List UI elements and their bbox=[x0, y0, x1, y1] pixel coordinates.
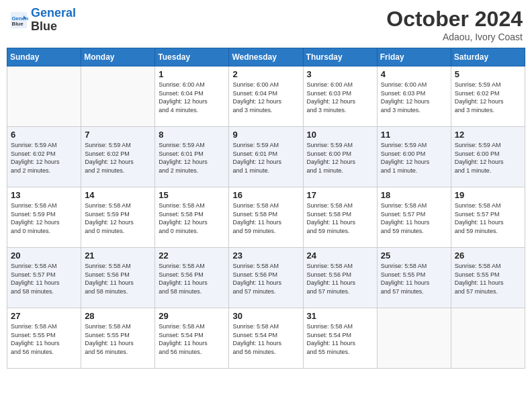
day-info: Sunrise: 5:58 AM Sunset: 5:59 PM Dayligh… bbox=[85, 201, 151, 235]
title-area: October 2024 Adaou, Ivory Coast bbox=[386, 7, 523, 42]
calendar-cell bbox=[7, 66, 81, 127]
day-number: 14 bbox=[85, 190, 151, 200]
calendar-cell: 16Sunrise: 5:58 AM Sunset: 5:58 PM Dayli… bbox=[229, 187, 303, 248]
day-number: 17 bbox=[307, 190, 373, 200]
day-info: Sunrise: 5:58 AM Sunset: 5:56 PM Dayligh… bbox=[232, 262, 299, 295]
calendar-cell: 8Sunrise: 5:59 AM Sunset: 6:01 PM Daylig… bbox=[155, 127, 229, 187]
day-number: 9 bbox=[232, 130, 299, 140]
calendar-cell: 7Sunrise: 5:59 AM Sunset: 6:02 PM Daylig… bbox=[81, 127, 155, 187]
day-number: 2 bbox=[232, 69, 299, 79]
calendar-cell: 20Sunrise: 5:58 AM Sunset: 5:57 PM Dayli… bbox=[7, 248, 81, 308]
logo-blue: Blue bbox=[31, 19, 57, 33]
day-number: 5 bbox=[455, 69, 521, 79]
day-info: Sunrise: 5:58 AM Sunset: 5:54 PM Dayligh… bbox=[307, 322, 373, 356]
calendar-cell: 11Sunrise: 5:59 AM Sunset: 6:00 PM Dayli… bbox=[377, 127, 451, 187]
calendar-cell: 24Sunrise: 5:58 AM Sunset: 5:56 PM Dayli… bbox=[303, 248, 377, 308]
calendar-cell: 29Sunrise: 5:58 AM Sunset: 5:54 PM Dayli… bbox=[155, 308, 229, 369]
weekday-header-tuesday: Tuesday bbox=[155, 48, 229, 66]
logo-icon: General Blue bbox=[9, 11, 28, 30]
day-info: Sunrise: 5:58 AM Sunset: 5:55 PM Dayligh… bbox=[381, 262, 447, 295]
day-number: 29 bbox=[159, 311, 225, 321]
calendar-cell: 17Sunrise: 5:58 AM Sunset: 5:58 PM Dayli… bbox=[303, 187, 377, 248]
day-number: 19 bbox=[455, 190, 521, 200]
day-info: Sunrise: 6:00 AM Sunset: 6:04 PM Dayligh… bbox=[159, 81, 225, 114]
day-number: 30 bbox=[232, 311, 299, 321]
day-info: Sunrise: 5:59 AM Sunset: 6:00 PM Dayligh… bbox=[381, 141, 447, 175]
day-number: 16 bbox=[232, 190, 299, 200]
day-number: 1 bbox=[159, 69, 225, 79]
day-info: Sunrise: 5:58 AM Sunset: 5:57 PM Dayligh… bbox=[381, 201, 447, 235]
calendar-cell: 18Sunrise: 5:58 AM Sunset: 5:57 PM Dayli… bbox=[377, 187, 451, 248]
day-info: Sunrise: 5:58 AM Sunset: 5:54 PM Dayligh… bbox=[159, 322, 225, 356]
weekday-header-thursday: Thursday bbox=[303, 48, 377, 66]
calendar-cell: 4Sunrise: 6:00 AM Sunset: 6:03 PM Daylig… bbox=[377, 66, 451, 127]
day-number: 6 bbox=[11, 130, 77, 140]
calendar-table: SundayMondayTuesdayWednesdayThursdayFrid… bbox=[7, 48, 525, 369]
day-number: 27 bbox=[11, 311, 77, 321]
day-number: 21 bbox=[85, 250, 151, 261]
calendar-cell: 3Sunrise: 6:00 AM Sunset: 6:03 PM Daylig… bbox=[303, 66, 377, 127]
calendar-cell: 13Sunrise: 5:58 AM Sunset: 5:59 PM Dayli… bbox=[7, 187, 81, 248]
day-number: 3 bbox=[307, 69, 373, 79]
day-number: 12 bbox=[455, 130, 521, 140]
calendar-cell: 19Sunrise: 5:58 AM Sunset: 5:57 PM Dayli… bbox=[451, 187, 525, 248]
calendar-cell: 28Sunrise: 5:58 AM Sunset: 5:55 PM Dayli… bbox=[81, 308, 155, 369]
day-info: Sunrise: 5:58 AM Sunset: 5:55 PM Dayligh… bbox=[11, 322, 77, 356]
day-info: Sunrise: 5:58 AM Sunset: 5:56 PM Dayligh… bbox=[85, 262, 151, 295]
day-info: Sunrise: 5:58 AM Sunset: 5:58 PM Dayligh… bbox=[232, 201, 299, 235]
calendar-cell: 9Sunrise: 5:59 AM Sunset: 6:01 PM Daylig… bbox=[229, 127, 303, 187]
day-number: 28 bbox=[85, 311, 151, 321]
day-number: 10 bbox=[307, 130, 373, 140]
day-number: 4 bbox=[381, 69, 447, 79]
day-info: Sunrise: 6:00 AM Sunset: 6:03 PM Dayligh… bbox=[307, 81, 373, 114]
day-number: 18 bbox=[381, 190, 447, 200]
day-info: Sunrise: 6:00 AM Sunset: 6:03 PM Dayligh… bbox=[381, 81, 447, 114]
calendar-cell: 12Sunrise: 5:59 AM Sunset: 6:00 PM Dayli… bbox=[451, 127, 525, 187]
day-info: Sunrise: 5:58 AM Sunset: 5:58 PM Dayligh… bbox=[159, 201, 225, 235]
calendar-cell: 31Sunrise: 5:58 AM Sunset: 5:54 PM Dayli… bbox=[303, 308, 377, 369]
day-number: 26 bbox=[455, 250, 521, 261]
calendar-week-1: 1Sunrise: 6:00 AM Sunset: 6:04 PM Daylig… bbox=[7, 66, 525, 127]
calendar-cell: 6Sunrise: 5:59 AM Sunset: 6:02 PM Daylig… bbox=[7, 127, 81, 187]
calendar-cell: 26Sunrise: 5:58 AM Sunset: 5:55 PM Dayli… bbox=[451, 248, 525, 308]
day-info: Sunrise: 5:58 AM Sunset: 5:54 PM Dayligh… bbox=[232, 322, 299, 356]
day-info: Sunrise: 5:58 AM Sunset: 5:55 PM Dayligh… bbox=[85, 322, 151, 356]
day-number: 20 bbox=[11, 250, 77, 261]
day-info: Sunrise: 6:00 AM Sunset: 6:04 PM Dayligh… bbox=[232, 81, 299, 114]
weekday-header-monday: Monday bbox=[81, 48, 155, 66]
day-info: Sunrise: 5:58 AM Sunset: 5:56 PM Dayligh… bbox=[307, 262, 373, 295]
day-number: 22 bbox=[159, 250, 225, 261]
weekday-header-sunday: Sunday bbox=[7, 48, 81, 66]
day-number: 31 bbox=[307, 311, 373, 321]
month-title: October 2024 bbox=[386, 7, 523, 32]
calendar-cell: 2Sunrise: 6:00 AM Sunset: 6:04 PM Daylig… bbox=[229, 66, 303, 127]
calendar-cell: 27Sunrise: 5:58 AM Sunset: 5:55 PM Dayli… bbox=[7, 308, 81, 369]
day-number: 23 bbox=[232, 250, 299, 261]
location-title: Adaou, Ivory Coast bbox=[386, 32, 523, 42]
calendar-cell: 5Sunrise: 5:59 AM Sunset: 6:02 PM Daylig… bbox=[451, 66, 525, 127]
day-info: Sunrise: 5:59 AM Sunset: 6:02 PM Dayligh… bbox=[455, 81, 521, 114]
svg-text:Blue: Blue bbox=[12, 21, 24, 27]
day-number: 8 bbox=[159, 130, 225, 140]
calendar-cell: 30Sunrise: 5:58 AM Sunset: 5:54 PM Dayli… bbox=[229, 308, 303, 369]
calendar-week-4: 20Sunrise: 5:58 AM Sunset: 5:57 PM Dayli… bbox=[7, 248, 525, 308]
weekday-header-row: SundayMondayTuesdayWednesdayThursdayFrid… bbox=[7, 48, 525, 66]
calendar-cell: 21Sunrise: 5:58 AM Sunset: 5:56 PM Dayli… bbox=[81, 248, 155, 308]
calendar-cell: 10Sunrise: 5:59 AM Sunset: 6:00 PM Dayli… bbox=[303, 127, 377, 187]
day-number: 25 bbox=[381, 250, 447, 261]
day-info: Sunrise: 5:59 AM Sunset: 6:02 PM Dayligh… bbox=[85, 141, 151, 175]
logo-general: General bbox=[31, 6, 76, 19]
day-info: Sunrise: 5:58 AM Sunset: 5:59 PM Dayligh… bbox=[11, 201, 77, 235]
weekday-header-saturday: Saturday bbox=[451, 48, 525, 66]
logo: General Blue General Blue bbox=[9, 7, 76, 34]
weekday-header-wednesday: Wednesday bbox=[229, 48, 303, 66]
day-info: Sunrise: 5:59 AM Sunset: 6:01 PM Dayligh… bbox=[232, 141, 299, 175]
day-number: 11 bbox=[381, 130, 447, 140]
day-info: Sunrise: 5:58 AM Sunset: 5:55 PM Dayligh… bbox=[455, 262, 521, 295]
day-info: Sunrise: 5:59 AM Sunset: 6:01 PM Dayligh… bbox=[159, 141, 225, 175]
day-number: 13 bbox=[11, 190, 77, 200]
day-info: Sunrise: 5:59 AM Sunset: 6:02 PM Dayligh… bbox=[11, 141, 77, 175]
day-info: Sunrise: 5:59 AM Sunset: 6:00 PM Dayligh… bbox=[455, 141, 521, 175]
calendar-cell bbox=[81, 66, 155, 127]
calendar-cell: 22Sunrise: 5:58 AM Sunset: 5:56 PM Dayli… bbox=[155, 248, 229, 308]
